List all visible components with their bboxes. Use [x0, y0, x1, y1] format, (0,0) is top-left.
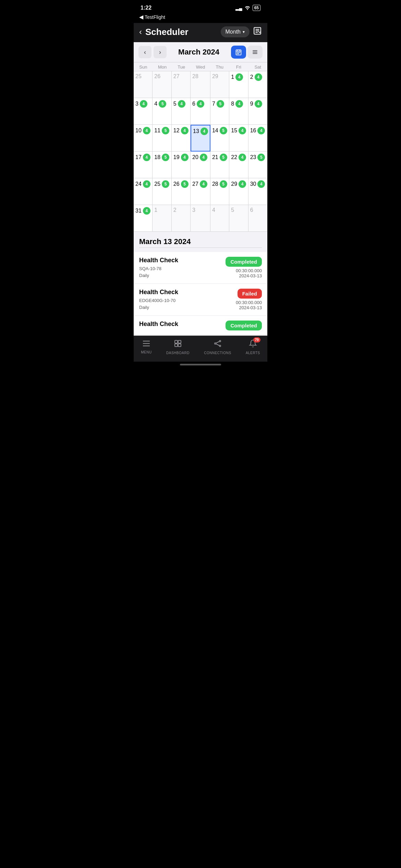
calendar-day-25[interactable]: 25 [134, 71, 153, 98]
calendar-day-21[interactable]: 215 [210, 152, 229, 178]
task-item[interactable]: Health Check SQA-10-78Daily Completed 00… [134, 252, 267, 284]
calendar-day-20[interactable]: 204 [191, 152, 210, 178]
calendar-day-10[interactable]: 104 [134, 125, 153, 152]
day-number: 2 [173, 207, 177, 213]
calendar-day-2[interactable]: 2 [172, 205, 191, 232]
calendar-day-4[interactable]: 4 [210, 205, 229, 232]
day-number: 8 [231, 101, 234, 107]
nav-item-connections[interactable]: CONNECTIONS [204, 339, 231, 355]
calendar-day-6[interactable]: 6 [248, 205, 267, 232]
alerts-icon: 79 [249, 339, 257, 350]
calendar-day-9[interactable]: 94 [248, 98, 267, 125]
calendar-day-22[interactable]: 224 [229, 152, 248, 178]
calendar-day-2[interactable]: 24 [248, 71, 267, 98]
calendar-day-25[interactable]: 255 [153, 178, 171, 205]
day-number: 27 [192, 181, 198, 187]
event-badge: 5 [220, 180, 227, 188]
event-badge: 5 [217, 100, 224, 108]
nav-item-menu[interactable]: MENU [141, 340, 151, 354]
status-icons: ▂▄ 65 [235, 5, 260, 11]
status-badge: Completed [226, 321, 262, 330]
calendar-day-28[interactable]: 28 [191, 71, 210, 98]
day-number: 1 [154, 207, 157, 213]
weekday-thu: Thu [210, 64, 229, 70]
calendar-day-26[interactable]: 265 [172, 178, 191, 205]
day-number: 26 [154, 73, 160, 80]
dashboard-nav-label: DASHBOARD [166, 351, 190, 355]
day-number: 6 [192, 101, 195, 107]
day-number: 13 [193, 128, 199, 134]
calendar-day-27[interactable]: 27 [172, 71, 191, 98]
calendar-day-31[interactable]: 314 [134, 205, 153, 232]
report-icon[interactable] [253, 26, 262, 37]
month-dropdown[interactable]: Month ▾ [221, 26, 250, 37]
calendar-day-16[interactable]: 164 [248, 125, 267, 152]
event-badge: 4 [255, 100, 262, 108]
calendar-day-27[interactable]: 274 [191, 178, 210, 205]
calendar-day-1[interactable]: 14 [229, 71, 248, 98]
calendar-day-30[interactable]: 304 [248, 178, 267, 205]
calendar-day-5[interactable]: 54 [172, 98, 191, 125]
calendar-day-5[interactable]: 5 [229, 205, 248, 232]
calendar-day-23[interactable]: 235 [248, 152, 267, 178]
event-badge: 4 [197, 100, 204, 108]
calendar-day-3[interactable]: 3 [191, 205, 210, 232]
day-number: 9 [250, 101, 253, 107]
calendar-day-12[interactable]: 124 [172, 125, 191, 152]
calendar-grid: 2526272829142434455464758494104115124134… [134, 71, 267, 232]
svg-rect-11 [237, 53, 238, 54]
calendar-view-button[interactable] [231, 46, 246, 59]
calendar-day-18[interactable]: 185 [153, 152, 171, 178]
calendar-day-1[interactable]: 1 [153, 205, 171, 232]
task-item[interactable]: Health Check Completed [134, 316, 267, 336]
day-number: 11 [154, 128, 160, 134]
connections-nav-label: CONNECTIONS [204, 351, 231, 355]
event-badge: 4 [239, 154, 246, 161]
svg-point-25 [219, 345, 221, 347]
calendar-day-28[interactable]: 285 [210, 178, 229, 205]
svg-line-26 [216, 341, 219, 343]
next-month-button[interactable]: › [154, 46, 167, 58]
event-badge: 4 [257, 127, 265, 134]
day-number: 17 [135, 154, 142, 160]
svg-rect-21 [175, 344, 178, 347]
calendar-day-24[interactable]: 244 [134, 178, 153, 205]
event-badge: 5 [257, 154, 265, 161]
event-badge: 4 [181, 127, 189, 134]
calendar-day-8[interactable]: 84 [229, 98, 248, 125]
calendar-day-7[interactable]: 75 [210, 98, 229, 125]
current-month-label: March 2024 [178, 48, 219, 57]
day-number: 4 [212, 207, 215, 213]
event-badge: 4 [178, 100, 185, 108]
calendar-day-13[interactable]: 134 [191, 125, 210, 152]
calendar-day-17[interactable]: 174 [134, 152, 153, 178]
bottom-nav: MENU DASHBOARD CONNECTIONS 79 ALERTS [134, 336, 267, 362]
calendar-day-15[interactable]: 154 [229, 125, 248, 152]
nav-buttons: ‹ › [138, 46, 167, 58]
connections-icon [214, 339, 222, 350]
svg-rect-20 [178, 340, 181, 343]
app-title: Scheduler [145, 27, 189, 37]
calendar-day-3[interactable]: 34 [134, 98, 153, 125]
nav-item-alerts[interactable]: 79 ALERTS [246, 339, 260, 355]
calendar-day-29[interactable]: 294 [229, 178, 248, 205]
back-button[interactable]: ‹ [139, 27, 142, 37]
day-number: 27 [173, 73, 180, 80]
day-number: 25 [135, 73, 142, 80]
day-number: 20 [192, 154, 198, 160]
calendar-day-19[interactable]: 194 [172, 152, 191, 178]
list-view-button[interactable] [247, 46, 263, 59]
calendar-day-14[interactable]: 145 [210, 125, 229, 152]
calendar-day-26[interactable]: 26 [153, 71, 171, 98]
svg-rect-12 [238, 53, 239, 54]
alerts-nav-label: ALERTS [246, 351, 260, 355]
testflight-label: TestFlight [145, 14, 165, 20]
calendar-day-11[interactable]: 115 [153, 125, 171, 152]
nav-item-dashboard[interactable]: DASHBOARD [166, 339, 190, 355]
calendar-day-4[interactable]: 45 [153, 98, 171, 125]
calendar-day-6[interactable]: 64 [191, 98, 210, 125]
task-item[interactable]: Health Check EDGE400G-10-70Daily Failed … [134, 284, 267, 316]
calendar-day-29[interactable]: 29 [210, 71, 229, 98]
event-badge: 4 [239, 180, 246, 188]
prev-month-button[interactable]: ‹ [138, 46, 151, 58]
